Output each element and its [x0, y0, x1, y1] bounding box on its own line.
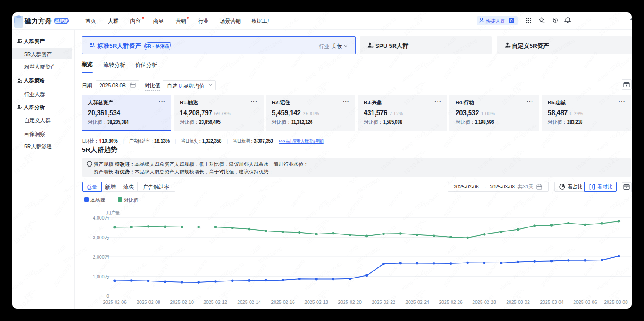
svg-text:2025-02-10: 2025-02-10 [170, 299, 194, 305]
svg-text:2025-02-06: 2025-02-06 [103, 299, 127, 305]
svg-text:2025-02-24: 2025-02-24 [405, 299, 429, 305]
svg-text:3,000万: 3,000万 [93, 235, 109, 240]
svg-text:2025-03-02: 2025-03-02 [506, 299, 530, 305]
svg-text:用户量: 用户量 [106, 210, 120, 215]
svg-text:2025-02-28: 2025-02-28 [472, 299, 496, 305]
svg-text:4,000万: 4,000万 [93, 215, 109, 220]
svg-text:1,000万: 1,000万 [93, 274, 109, 279]
svg-text:5R · 快消品: 5R · 快消品 [145, 44, 170, 49]
svg-text:2025-02-12: 2025-02-12 [203, 299, 227, 305]
svg-text:2025-02-26: 2025-02-26 [439, 299, 463, 305]
svg-text:2025-02-18: 2025-02-18 [304, 299, 328, 305]
svg-text:2025-03-06: 2025-03-06 [573, 299, 597, 305]
svg-text:0: 0 [106, 293, 109, 299]
svg-text:2025-02-20: 2025-02-20 [338, 299, 362, 305]
svg-text:2025-03-04: 2025-03-04 [540, 299, 564, 305]
svg-text:2025-02-16: 2025-02-16 [271, 299, 295, 305]
svg-text:2,000万: 2,000万 [93, 254, 109, 260]
svg-text:2025-02-22: 2025-02-22 [372, 299, 395, 305]
svg-text:2025-03-08: 2025-03-08 [604, 299, 628, 305]
svg-text:2025-02-14: 2025-02-14 [237, 299, 261, 305]
svg-text:2025-02-08: 2025-02-08 [137, 299, 160, 305]
